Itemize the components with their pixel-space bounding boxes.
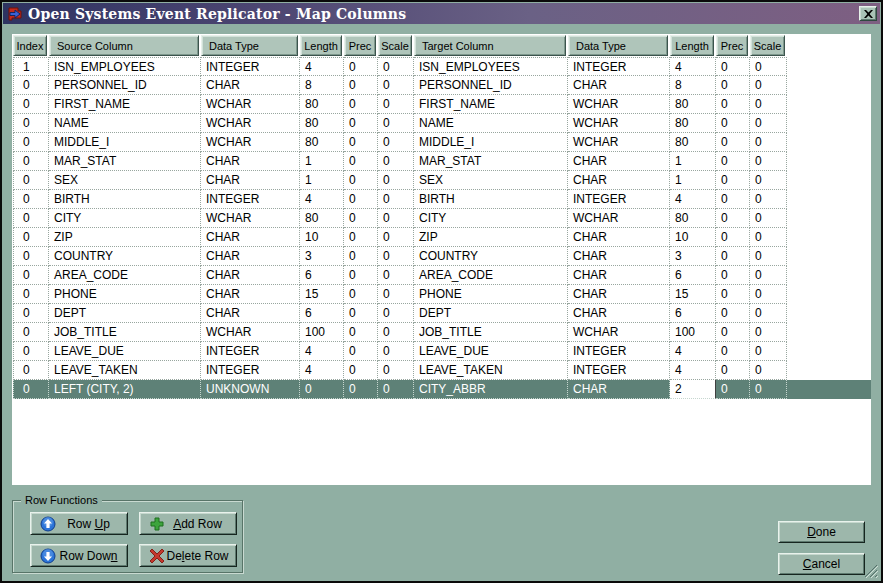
grid-cell[interactable]: 10 (300, 228, 344, 247)
grid-cell[interactable]: 80 (670, 209, 716, 228)
done-button[interactable]: Done (778, 521, 865, 543)
grid-cell[interactable]: 4 (670, 190, 716, 209)
grid-cell[interactable]: 0 (344, 95, 378, 114)
grid-cell[interactable]: LEAVE_DUE (414, 342, 568, 361)
grid-cell[interactable]: 0 (716, 133, 750, 152)
grid-cell[interactable]: INTEGER (201, 190, 300, 209)
grid-cell[interactable]: DEPT (414, 304, 568, 323)
grid-cell[interactable]: DEPT (49, 304, 201, 323)
grid-cell[interactable]: CHAR (201, 76, 300, 95)
grid-cell[interactable]: CHAR (568, 380, 670, 399)
grid-cell[interactable]: 0 (716, 361, 750, 380)
grid-cell[interactable]: 0 (750, 133, 787, 152)
grid-cell[interactable]: UNKNOWN (201, 380, 300, 399)
grid-cell[interactable]: WCHAR (201, 323, 300, 342)
grid-cell[interactable]: AREA_CODE (414, 266, 568, 285)
grid-cell[interactable]: 0 (716, 152, 750, 171)
grid-cell[interactable]: LEAVE_TAKEN (49, 361, 201, 380)
grid-cell[interactable]: CHAR (568, 304, 670, 323)
grid-cell[interactable]: 0 (378, 380, 414, 399)
grid-cell[interactable]: 0 (13, 95, 49, 114)
grid-cell[interactable]: 0 (750, 76, 787, 95)
grid-cell[interactable]: CHAR (201, 285, 300, 304)
grid-cell[interactable]: WCHAR (201, 209, 300, 228)
column-header-9[interactable]: Prec (716, 35, 748, 56)
grid-cell[interactable]: INTEGER (568, 57, 670, 76)
grid-cell[interactable]: INTEGER (568, 342, 670, 361)
grid-cell[interactable]: 0 (378, 266, 414, 285)
grid-cell[interactable]: 0 (344, 380, 378, 399)
grid-cell[interactable]: 0 (750, 57, 787, 76)
grid-cell[interactable]: 0 (13, 266, 49, 285)
grid-cell[interactable]: 0 (716, 114, 750, 133)
grid-cell[interactable]: 1 (670, 152, 716, 171)
grid-cell[interactable]: WCHAR (201, 95, 300, 114)
column-header-1[interactable]: Source Column (49, 35, 199, 56)
column-header-4[interactable]: Prec (344, 35, 376, 56)
grid-cell[interactable]: 0 (750, 380, 787, 399)
grid-cell[interactable]: 4 (670, 57, 716, 76)
grid-cell[interactable]: PERSONNEL_ID (414, 76, 568, 95)
grid-cell[interactable]: WCHAR (568, 114, 670, 133)
grid-cell[interactable]: CHAR (568, 152, 670, 171)
grid-cell[interactable]: LEAVE_TAKEN (414, 361, 568, 380)
grid-cell[interactable]: SEX (414, 171, 568, 190)
grid-cell[interactable]: CITY_ABBR (414, 380, 568, 399)
add-row-button[interactable]: Add Row (139, 512, 237, 535)
grid-cell[interactable]: 0 (750, 323, 787, 342)
grid-cell[interactable]: MIDDLE_I (49, 133, 201, 152)
grid-cell[interactable]: 8 (670, 76, 716, 95)
grid-cell[interactable]: 3 (670, 247, 716, 266)
grid-cell[interactable]: 0 (13, 285, 49, 304)
grid-cell[interactable]: ZIP (414, 228, 568, 247)
grid-cell[interactable]: 0 (716, 247, 750, 266)
grid-cell[interactable]: MAR_STAT (414, 152, 568, 171)
grid-cell[interactable]: 0 (750, 247, 787, 266)
column-header-2[interactable]: Data Type (201, 35, 298, 56)
grid-cell[interactable]: 80 (300, 114, 344, 133)
grid-cell[interactable]: 0 (344, 209, 378, 228)
grid-cell[interactable]: NAME (414, 114, 568, 133)
grid-cell[interactable]: 4 (300, 361, 344, 380)
grid-cell[interactable]: 0 (13, 342, 49, 361)
grid-cell[interactable]: 0 (344, 266, 378, 285)
grid-cell[interactable]: MIDDLE_I (414, 133, 568, 152)
grid-cell[interactable]: 6 (670, 266, 716, 285)
grid-cell[interactable]: 0 (378, 247, 414, 266)
grid-cell[interactable]: 0 (13, 304, 49, 323)
grid-cell[interactable]: NAME (49, 114, 201, 133)
column-header-7[interactable]: Data Type (568, 35, 668, 56)
grid-cell[interactable]: 0 (344, 190, 378, 209)
grid-cell[interactable]: 0 (13, 152, 49, 171)
grid-cell[interactable]: 3 (300, 247, 344, 266)
grid-cell[interactable]: 0 (344, 228, 378, 247)
column-header-6[interactable]: Target Column (414, 35, 566, 56)
grid-cell[interactable]: 1 (300, 171, 344, 190)
grid-cell[interactable]: 1 (13, 57, 49, 76)
grid-cell[interactable]: FIRST_NAME (49, 95, 201, 114)
grid-cell[interactable]: 0 (344, 323, 378, 342)
grid-cell[interactable]: INTEGER (568, 190, 670, 209)
column-header-10[interactable]: Scale (750, 35, 785, 56)
grid-cell[interactable]: 0 (378, 285, 414, 304)
grid-cell[interactable]: 0 (344, 171, 378, 190)
grid-cell[interactable]: 0 (13, 171, 49, 190)
grid-cell[interactable]: 100 (300, 323, 344, 342)
grid-cell[interactable]: 4 (300, 57, 344, 76)
grid-cell[interactable]: 0 (378, 57, 414, 76)
grid-cell[interactable]: 0 (378, 342, 414, 361)
grid-cell[interactable]: 0 (344, 247, 378, 266)
grid-cell[interactable]: 0 (344, 285, 378, 304)
grid-cell[interactable]: 0 (716, 342, 750, 361)
grid-cell[interactable]: 4 (670, 361, 716, 380)
grid-cell[interactable]: 0 (716, 304, 750, 323)
grid-cell[interactable]: CHAR (568, 266, 670, 285)
grid-cell[interactable]: 0 (716, 380, 750, 399)
grid-cell[interactable]: CHAR (201, 266, 300, 285)
grid-cell[interactable]: 0 (378, 171, 414, 190)
grid-cell[interactable]: 0 (344, 152, 378, 171)
grid-cell[interactable]: WCHAR (201, 133, 300, 152)
grid-cell[interactable]: 0 (750, 342, 787, 361)
grid-cell[interactable]: CHAR (568, 76, 670, 95)
grid-cell[interactable]: 0 (716, 76, 750, 95)
